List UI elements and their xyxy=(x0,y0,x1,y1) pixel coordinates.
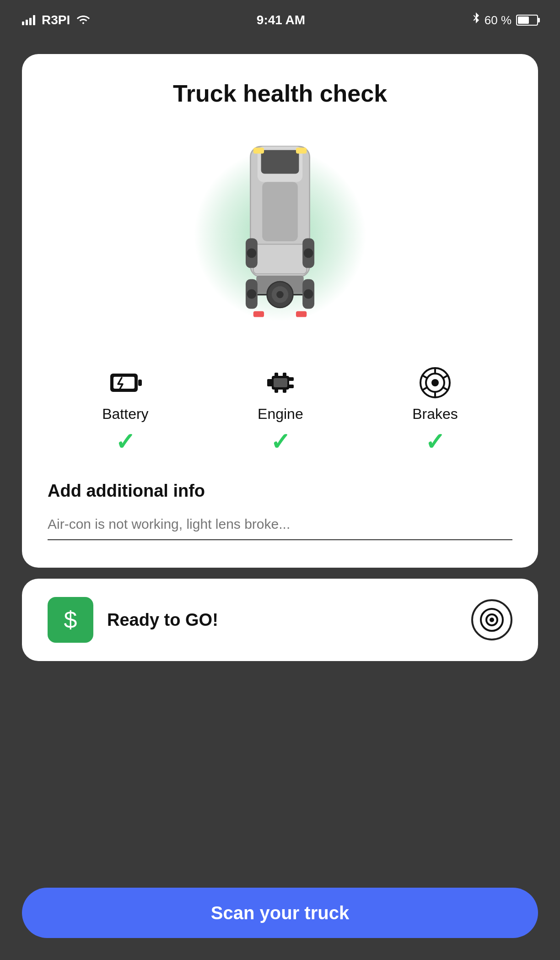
status-left: R3PI xyxy=(22,13,90,27)
second-card: $ Ready to GO! xyxy=(22,579,538,661)
svg-rect-25 xyxy=(113,377,135,389)
svg-point-12 xyxy=(247,248,257,258)
status-bar: R3PI 9:41 AM 60 % xyxy=(0,0,560,40)
svg-rect-6 xyxy=(253,244,307,274)
status-time: 9:41 AM xyxy=(257,13,305,27)
brakes-health-icon xyxy=(416,367,454,398)
svg-point-13 xyxy=(304,248,313,258)
svg-point-15 xyxy=(304,289,313,299)
health-battery-check: ✓ xyxy=(115,430,135,454)
battery-icon xyxy=(516,15,538,26)
svg-rect-22 xyxy=(296,311,307,317)
health-brakes-label: Brakes xyxy=(412,406,458,423)
svg-rect-21 xyxy=(253,311,264,317)
signal-bars-icon xyxy=(22,15,35,25)
engine-health-icon xyxy=(261,367,300,398)
additional-info-section: Add additional info xyxy=(48,481,512,540)
health-item-brakes: Brakes ✓ xyxy=(412,367,458,454)
health-brakes-check: ✓ xyxy=(425,430,445,454)
main-card: Truck health check xyxy=(22,54,538,568)
status-right: 60 % xyxy=(472,12,538,28)
svg-point-37 xyxy=(431,379,439,386)
svg-rect-29 xyxy=(288,385,294,388)
svg-point-40 xyxy=(490,618,494,622)
additional-info-input[interactable] xyxy=(48,512,512,540)
tire-icon xyxy=(471,599,512,640)
wifi-icon xyxy=(76,13,90,27)
bluetooth-icon xyxy=(472,12,480,28)
scan-button-container: Scan your truck xyxy=(22,888,538,938)
svg-rect-3 xyxy=(253,147,264,153)
health-item-engine: Engine ✓ xyxy=(258,367,303,454)
truck-svg xyxy=(216,135,344,336)
svg-rect-5 xyxy=(262,182,298,241)
carrier-name: R3PI xyxy=(42,13,70,27)
health-item-battery: Battery ✓ xyxy=(102,367,148,454)
svg-rect-31 xyxy=(283,373,286,377)
content-area: Truck health check xyxy=(0,40,560,960)
battery-health-icon xyxy=(106,367,145,398)
svg-rect-33 xyxy=(283,388,286,393)
svg-point-18 xyxy=(276,291,284,298)
scan-button[interactable]: Scan your truck xyxy=(22,888,538,938)
dollar-icon: $ xyxy=(48,597,93,643)
card-title: Truck health check xyxy=(173,80,387,107)
second-card-text: Ready to GO! xyxy=(107,610,218,630)
battery-percent: 60 % xyxy=(485,13,512,27)
health-engine-check: ✓ xyxy=(270,430,291,454)
svg-rect-28 xyxy=(288,377,294,381)
health-battery-label: Battery xyxy=(102,406,148,423)
truck-illustration xyxy=(188,125,372,345)
svg-rect-4 xyxy=(296,147,307,153)
svg-rect-24 xyxy=(138,380,142,386)
svg-rect-30 xyxy=(275,373,278,377)
svg-rect-32 xyxy=(275,388,278,393)
svg-rect-34 xyxy=(274,378,287,387)
health-items: Battery ✓ xyxy=(48,367,512,454)
svg-point-14 xyxy=(247,289,257,299)
additional-title: Add additional info xyxy=(48,481,512,501)
svg-rect-27 xyxy=(267,379,273,386)
health-engine-label: Engine xyxy=(258,406,303,423)
svg-rect-2 xyxy=(261,150,299,174)
